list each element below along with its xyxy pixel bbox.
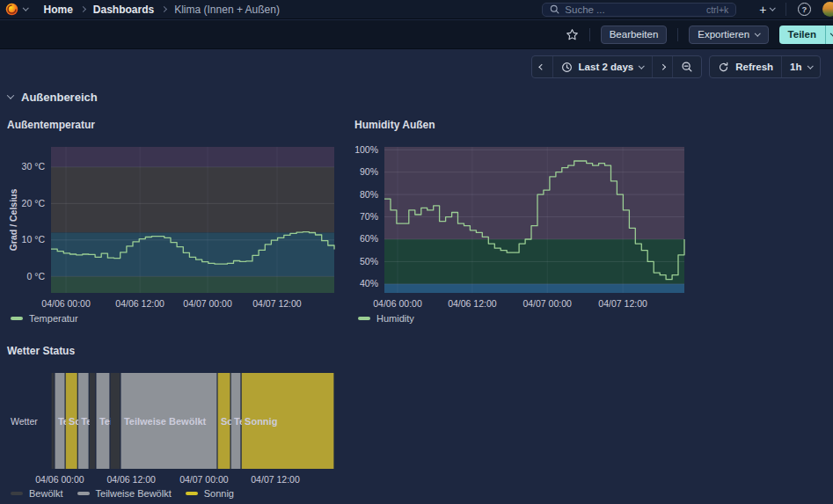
dashboard-action-bar: Bearbeiten Exportieren Teilen — [0, 20, 833, 49]
search-placeholder: Suche ... — [565, 4, 701, 15]
panel-title-humidity[interactable]: Humidity Außen — [354, 119, 435, 131]
row-collapse-chevron-icon — [7, 91, 14, 99]
panel-title-temperature[interactable]: Außentemperatur — [7, 119, 95, 131]
search-icon — [550, 4, 559, 14]
refresh-label: Refresh — [735, 62, 773, 72]
legend-label: Humidity — [376, 313, 414, 324]
x-axis-tick-label: 04/07 12:00 — [251, 474, 300, 485]
refresh-group: Refresh 1h — [709, 55, 821, 78]
favorite-star-button[interactable] — [566, 28, 579, 41]
refresh-icon — [718, 62, 729, 73]
refresh-button[interactable]: Refresh — [710, 56, 781, 77]
grafana-logo-icon[interactable] — [5, 3, 18, 16]
legend-label: Bewölkt — [29, 488, 63, 499]
humidity-chart[interactable]: 40%50%60%70%80%90%100%04/06 00:0004/06 1… — [354, 136, 691, 312]
timeline-row-label: Wetter — [11, 416, 38, 427]
y-axis-tick-label: 80% — [360, 189, 378, 200]
chevron-down-icon — [755, 30, 760, 35]
refresh-interval-picker[interactable]: 1h — [781, 56, 820, 77]
chevron-left-icon — [539, 64, 544, 69]
breadcrumb-current-dashboard[interactable]: Klima (Innen + Außen) — [174, 4, 280, 16]
y-axis-tick-label: 10 °C — [22, 234, 46, 245]
y-axis-tick-label: 70% — [360, 211, 378, 222]
x-axis-tick-label: 04/07 00:00 — [183, 298, 232, 309]
x-axis-tick-label: 04/07 12:00 — [598, 298, 647, 309]
plus-icon: + — [759, 3, 766, 17]
y-axis-tick-label: 40% — [360, 278, 378, 289]
state-segment-bewoelkt[interactable] — [111, 373, 121, 469]
zoom-out-icon — [681, 61, 693, 73]
breadcrumb-home[interactable]: Home — [44, 4, 73, 16]
share-button[interactable]: Teilen — [779, 26, 825, 44]
breadcrumb: Home Dashboards Klima (Innen + Außen) — [44, 4, 280, 16]
breadcrumb-separator-icon — [161, 6, 167, 12]
weather-legend: Bewölkt Teilweise Bewölkt Sonnig — [11, 488, 234, 499]
state-segment-bewoelkt[interactable] — [90, 373, 96, 469]
legend-item-teilweise-bewoelkt[interactable]: Teilweise Bewölkt — [77, 488, 172, 499]
x-axis-tick-label: 04/06 12:00 — [448, 298, 497, 309]
top-nav-bar: Home Dashboards Klima (Innen + Außen) Su… — [0, 0, 833, 19]
legend-swatch — [358, 317, 370, 320]
x-axis-tick-label: 04/06 12:00 — [106, 474, 156, 485]
y-axis-tick-label: 50% — [360, 256, 378, 267]
x-axis-tick-label: 04/06 12:00 — [115, 298, 164, 309]
threshold-band — [384, 284, 684, 293]
x-axis-tick-label: 04/07 12:00 — [252, 298, 302, 309]
breadcrumb-separator-icon — [80, 6, 86, 12]
zoom-out-button[interactable] — [672, 56, 701, 77]
panel-title-weather[interactable]: Wetter Status — [7, 345, 75, 357]
humidity-legend[interactable]: Humidity — [358, 313, 414, 324]
y-axis-tick-label: 100% — [354, 144, 378, 155]
weather-state-timeline[interactable]: TeSoTeTeiTeilweise BewölktSoTeSonnig04/0… — [7, 365, 343, 488]
help-button[interactable]: ? — [798, 3, 811, 16]
legend-item-bewoelkt[interactable]: Bewölkt — [11, 488, 63, 499]
legend-swatch — [186, 492, 198, 495]
legend-label: Temperatur — [29, 313, 78, 324]
y-axis-tick-label: 60% — [360, 233, 378, 244]
chevron-right-icon — [660, 64, 665, 69]
legend-item-sonnig[interactable]: Sonnig — [186, 488, 234, 499]
search-input[interactable]: Suche ... ctrl+k — [542, 3, 736, 17]
topnav-actions: + ? — [759, 2, 833, 17]
user-avatar[interactable] — [822, 2, 833, 17]
add-new-button[interactable]: + — [759, 3, 774, 17]
edit-button-label: Bearbeiten — [610, 29, 659, 40]
row-title: Außenbereich — [21, 91, 98, 104]
legend-swatch — [11, 492, 23, 495]
search-shortcut-hint: ctrl+k — [706, 4, 728, 15]
temperature-legend[interactable]: Temperatur — [11, 313, 78, 324]
time-range-picker[interactable]: Last 2 days — [552, 56, 652, 77]
threshold-band — [51, 147, 334, 167]
share-menu-button[interactable] — [826, 26, 833, 44]
time-controls: Last 2 days Refresh 1h — [531, 55, 821, 78]
star-icon — [566, 28, 579, 41]
org-switcher-chevron-icon[interactable] — [23, 5, 28, 11]
time-shift-back-button[interactable] — [532, 56, 552, 77]
share-split-button: Teilen — [779, 26, 833, 44]
temperature-chart[interactable]: 0 °C10 °C20 °C30 °C04/06 00:0004/06 12:0… — [7, 136, 343, 312]
export-button[interactable]: Exportieren — [689, 26, 768, 44]
breadcrumb-dashboards[interactable]: Dashboards — [93, 4, 154, 16]
state-segment-bewoelkt[interactable] — [52, 373, 55, 469]
y-axis-tick-label: 30 °C — [22, 161, 46, 172]
threshold-band — [51, 167, 334, 233]
actionbar-divider — [589, 28, 590, 41]
chevron-down-icon — [770, 5, 775, 11]
edit-button[interactable]: Bearbeiten — [601, 26, 668, 44]
state-segment-label: Sonnig — [245, 416, 277, 427]
row-header-aussenbereich[interactable]: Außenbereich — [8, 91, 98, 104]
topnav-divider — [786, 3, 786, 16]
x-axis-tick-label: 04/07 00:00 — [522, 298, 572, 309]
state-segment-label: Teilweise Bewölkt — [124, 416, 207, 427]
legend-swatch — [77, 492, 90, 495]
time-range-group: Last 2 days — [531, 55, 702, 78]
y-axis-title: Grad / Celsius — [8, 189, 18, 252]
legend-swatch — [11, 317, 23, 320]
chevron-down-icon — [639, 62, 644, 68]
export-button-label: Exportieren — [698, 29, 749, 40]
chevron-down-icon — [807, 62, 813, 68]
threshold-band — [51, 276, 334, 293]
time-shift-forward-button[interactable] — [652, 56, 673, 77]
x-axis-tick-label: 04/06 00:00 — [35, 474, 84, 485]
y-axis-tick-label: 90% — [360, 166, 378, 177]
